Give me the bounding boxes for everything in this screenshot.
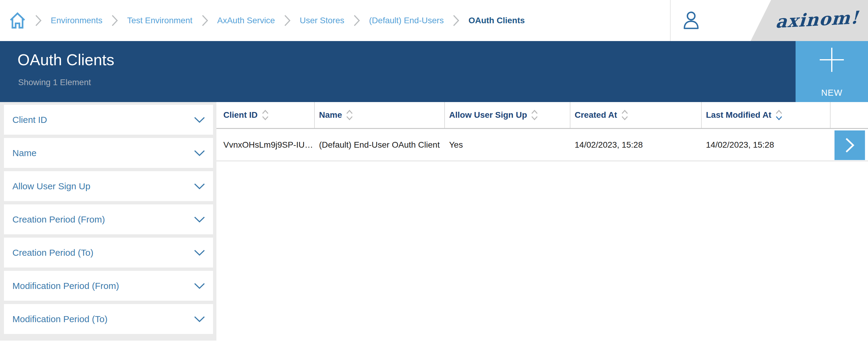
filter-label: Name — [12, 148, 36, 158]
sort-icon — [776, 110, 782, 120]
filter-creation-period-from[interactable]: Creation Period (From) — [4, 205, 213, 234]
breadcrumb-separator-icon — [353, 14, 360, 27]
cell-name: (Default) End-User OAuth Client — [315, 140, 445, 150]
home-icon — [9, 12, 26, 29]
page-header-band: OAuth Clients Showing 1 Element NEW — [0, 41, 868, 102]
chevron-down-icon — [194, 117, 205, 123]
new-oauth-client-button[interactable]: NEW — [796, 41, 868, 102]
row-open-details-button[interactable] — [835, 130, 865, 160]
filter-modification-period-to[interactable]: Modification Period (To) — [4, 304, 213, 334]
table-header-filler — [831, 102, 868, 128]
filter-sidebar: Client ID Name Allow User Sign Up Creati… — [0, 102, 216, 341]
chevron-down-icon — [194, 183, 205, 190]
column-label: Allow User Sign Up — [449, 110, 527, 120]
new-button-label: NEW — [796, 88, 868, 98]
breadcrumb-default-end-users[interactable]: (Default) End-Users — [369, 16, 444, 25]
breadcrumb-separator-icon — [112, 14, 118, 27]
chevron-down-icon — [194, 283, 205, 289]
filter-label: Creation Period (To) — [12, 248, 93, 258]
filter-allow-user-sign-up[interactable]: Allow User Sign Up — [4, 171, 213, 201]
breadcrumb-test-environment[interactable]: Test Environment — [127, 16, 192, 25]
column-header-client-id[interactable]: Client ID — [216, 102, 315, 128]
chevron-down-icon — [194, 316, 205, 322]
page-title: OAuth Clients — [18, 51, 114, 68]
filter-creation-period-to[interactable]: Creation Period (To) — [4, 238, 213, 268]
user-account-button[interactable] — [681, 10, 701, 31]
oauth-clients-page: Environments Test Environment AxAuth Ser… — [0, 0, 868, 343]
table-header-row: Client ID Name Allow User Sign Up — [216, 102, 868, 129]
sort-icon — [346, 110, 353, 120]
column-header-allow-user-sign-up[interactable]: Allow User Sign Up — [445, 102, 570, 128]
sort-icon — [262, 110, 269, 120]
column-label: Name — [319, 110, 342, 120]
sort-icon — [531, 110, 538, 120]
cell-allow-user-sign-up: Yes — [445, 140, 570, 150]
cell-created-at: 14/02/2023, 15:28 — [570, 140, 702, 150]
topbar-divider — [670, 0, 671, 41]
cell-client-id: VvnxOHsLm9j9SP-IU… — [216, 140, 315, 150]
chevron-right-icon — [845, 137, 855, 153]
plus-icon — [819, 47, 844, 73]
filter-label: Allow User Sign Up — [12, 181, 90, 191]
filter-name[interactable]: Name — [4, 138, 213, 168]
column-header-last-modified-at[interactable]: Last Modified At — [702, 102, 831, 128]
filter-label: Creation Period (From) — [12, 214, 105, 225]
filter-label: Client ID — [12, 115, 47, 125]
sort-icon — [621, 110, 628, 120]
column-label: Client ID — [223, 110, 258, 120]
breadcrumb-user-stores[interactable]: User Stores — [300, 16, 344, 25]
cell-last-modified-at: 14/02/2023, 15:28 — [702, 140, 831, 150]
chevron-down-icon — [194, 216, 205, 223]
breadcrumb-oauth-clients-current: OAuth Clients — [468, 16, 525, 25]
chevron-down-icon — [194, 150, 205, 156]
breadcrumb-separator-icon — [284, 14, 291, 27]
filter-label: Modification Period (To) — [12, 314, 107, 324]
axinom-logo-wedge: axinom! — [739, 0, 868, 41]
filter-client-id[interactable]: Client ID — [4, 105, 213, 135]
breadcrumb: Environments Test Environment AxAuth Ser… — [9, 0, 525, 41]
breadcrumb-axauth-service[interactable]: AxAuth Service — [217, 16, 275, 25]
breadcrumb-separator-icon — [35, 14, 42, 27]
breadcrumb-separator-icon — [453, 14, 459, 27]
filter-modification-period-from[interactable]: Modification Period (From) — [4, 271, 213, 301]
home-breadcrumb-link[interactable] — [9, 12, 26, 29]
breadcrumb-separator-icon — [202, 14, 208, 27]
chevron-down-icon — [194, 249, 205, 256]
user-icon — [681, 10, 701, 31]
column-label: Created At — [575, 110, 617, 120]
page-subtitle-count: Showing 1 Element — [18, 78, 91, 87]
column-header-name[interactable]: Name — [315, 102, 445, 128]
breadcrumb-environments[interactable]: Environments — [51, 16, 102, 25]
topbar: Environments Test Environment AxAuth Ser… — [0, 0, 868, 41]
axinom-logo: axinom! — [739, 7, 859, 34]
filter-label: Modification Period (From) — [12, 281, 119, 291]
column-label: Last Modified At — [706, 110, 771, 120]
column-header-created-at[interactable]: Created At — [570, 102, 702, 128]
table-row-oauth-client[interactable]: VvnxOHsLm9j9SP-IU… (Default) End-User OA… — [216, 129, 868, 161]
